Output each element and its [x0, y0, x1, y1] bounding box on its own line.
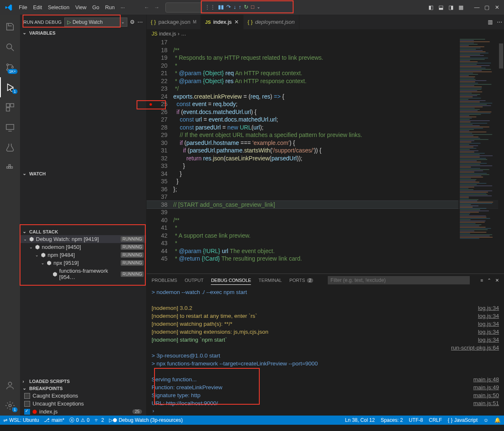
source-control-icon[interactable]: 1K+ — [0, 57, 20, 77]
code-line[interactable]: 32 return res.json(caseLinkPreview(parse… — [147, 155, 504, 162]
ports-status[interactable]: ᯤ2 — [94, 417, 104, 423]
code-line[interactable]: 17 — [147, 38, 504, 46]
debug-config-select[interactable]: ▷ Debug Watch ⌄ — [64, 18, 127, 27]
panel-tab-output[interactable]: OUTPUT — [185, 276, 203, 284]
code-line[interactable]: 19 * Responds to any HTTP request relate… — [147, 54, 504, 62]
close-panel-icon[interactable]: ✕ — [495, 278, 499, 283]
menu-selection[interactable]: Selection — [45, 3, 72, 12]
menu-go[interactable]: Go — [89, 3, 102, 12]
settings-icon[interactable]: 1 — [0, 396, 20, 416]
source-link[interactable]: log.js:34 — [478, 320, 499, 328]
more-icon[interactable]: ⋯ — [137, 19, 143, 25]
breakpoints-header[interactable]: ⌄BREAKPOINTS — [20, 385, 146, 392]
panel-tab-ports[interactable]: PORTS2 — [289, 276, 313, 284]
code-editor[interactable]: 1718/**19 * Responds to any HTTP request… — [147, 38, 504, 274]
restart-icon[interactable]: ↻ — [244, 4, 248, 10]
debug-console-filter[interactable] — [328, 276, 470, 284]
extensions-icon[interactable] — [0, 97, 20, 117]
source-link[interactable]: log.js:34 — [478, 312, 499, 320]
pause-icon[interactable]: ▮▮ — [218, 4, 224, 10]
cursor-position[interactable]: Ln 38, Col 12 — [345, 417, 375, 423]
notifications-icon[interactable]: 🔔 — [494, 417, 501, 423]
callstack-row[interactable]: ⌄⬢Debug Watch: npm [9419]RUNNING — [20, 235, 146, 243]
code-line[interactable]: 34 } — [147, 170, 504, 178]
code-line[interactable]: 37 — [147, 193, 504, 201]
minimize-icon[interactable]: — — [472, 3, 481, 12]
code-line[interactable]: 43 * — [147, 239, 504, 247]
step-out-icon[interactable]: ↑ — [239, 4, 242, 10]
drag-handle-icon[interactable]: ⋮⋮ — [205, 4, 215, 10]
code-line[interactable]: 28 const parsedUrl = new URL(url); — [147, 124, 504, 132]
run-debug-icon[interactable]: 1 — [0, 77, 20, 97]
remote-indicator[interactable]: ⇌WSL: Ubuntu — [3, 417, 39, 423]
menu-edit[interactable]: Edit — [30, 3, 45, 12]
checkbox-icon[interactable] — [24, 401, 30, 407]
explorer-icon[interactable] — [0, 17, 20, 37]
source-link[interactable]: log.js:34 — [478, 328, 499, 336]
menu-view[interactable]: View — [72, 3, 89, 12]
loaded-scripts-header[interactable]: ›LOADED SCRIPTS — [20, 378, 146, 385]
debug-status[interactable]: ▷⬢Debug Watch (3p-resources) — [109, 417, 183, 423]
maximize-icon[interactable]: ▢ — [482, 3, 491, 12]
indentation[interactable]: Spaces: 2 — [381, 417, 403, 423]
debug-console-output[interactable]: > nodemon --watch ./ --exec npm start [n… — [147, 286, 504, 408]
more-actions-icon[interactable]: ⋯ — [495, 18, 504, 27]
step-over-icon[interactable]: ↷ — [226, 4, 231, 10]
code-line[interactable]: 42 * A support case link preview. — [147, 232, 504, 240]
checkbox-icon[interactable] — [24, 393, 30, 399]
tab-close-icon[interactable]: ✕ — [234, 19, 239, 25]
menu-run[interactable]: Run — [102, 3, 118, 12]
code-line[interactable]: 39 — [147, 208, 504, 216]
source-link[interactable]: log.js:34 — [478, 304, 499, 312]
code-line[interactable]: 29 // If the event object URL matches a … — [147, 131, 504, 139]
step-into-icon[interactable]: ↓ — [233, 4, 236, 10]
code-line[interactable]: 33 } — [147, 162, 504, 170]
stop-icon[interactable]: □ — [251, 4, 254, 10]
remote-explorer-icon[interactable] — [0, 117, 20, 137]
layout-panel-icon[interactable]: ⬓ — [436, 3, 446, 12]
code-line[interactable]: 44 * @param {!URL} url The event object. — [147, 247, 504, 255]
minimap[interactable] — [458, 38, 498, 274]
problems-status[interactable]: ⓧ0⚠0 — [69, 417, 89, 424]
callstack-row[interactable]: ⬢functions-framework [954…RUNNING — [20, 267, 146, 281]
source-link[interactable]: log.js:34 — [478, 336, 499, 344]
split-editor-icon[interactable]: ▥ — [486, 18, 495, 27]
panel-tab-debug-console[interactable]: DEBUG CONSOLE — [211, 276, 251, 285]
layout-sidebar-right-icon[interactable]: ◨ — [446, 3, 456, 12]
chevron-down-icon[interactable]: ⌄ — [257, 5, 260, 9]
panel-tab-problems[interactable]: PROBLEMS — [152, 276, 177, 284]
code-line[interactable]: ●25 const event = req.body; — [147, 100, 504, 108]
code-line[interactable]: 41 * — [147, 224, 504, 232]
git-branch[interactable]: ⎇main* — [44, 417, 64, 423]
source-link[interactable]: main.js:49 — [473, 383, 499, 391]
code-line[interactable]: 38// [START add_ons_case_preview_link] — [147, 201, 504, 209]
layout-customize-icon[interactable]: ▦ — [456, 3, 466, 12]
source-link[interactable]: main.js:50 — [473, 391, 499, 399]
editor-tab[interactable]: { }package.jsonM — [147, 15, 201, 29]
menu-···[interactable]: ··· — [118, 3, 128, 12]
code-line[interactable]: 31 if (parsedUrl.pathname.startsWith('/s… — [147, 147, 504, 155]
eol[interactable]: CRLF — [429, 417, 442, 423]
code-line[interactable]: 45 * @return {!Card} The resulting previ… — [147, 255, 504, 263]
code-line[interactable]: 20 * — [147, 62, 504, 70]
language-mode[interactable]: { } JavaScript — [448, 417, 477, 423]
breakpoint-uncaught[interactable]: Uncaught Exceptions — [20, 400, 146, 408]
callstack-row[interactable]: ⌄⬢nodemon [9450]RUNNING — [20, 243, 146, 251]
code-line[interactable]: 24exports.createLinkPreview = (req, res)… — [147, 93, 504, 101]
code-line[interactable]: 18/** — [147, 46, 504, 54]
nav-forward-icon[interactable]: → — [152, 3, 161, 12]
search-icon[interactable] — [0, 37, 20, 57]
callstack-row[interactable]: ⌄⬢npm [9484]RUNNING — [20, 251, 146, 259]
editor-tab[interactable]: JSindex.js✕ — [201, 15, 243, 29]
encoding[interactable]: UTF-8 — [409, 417, 423, 423]
breakpoint-caught[interactable]: Caught Exceptions — [20, 392, 146, 400]
nav-back-icon[interactable]: ← — [142, 3, 151, 12]
close-icon[interactable]: ✕ — [492, 3, 501, 12]
debug-toolbar[interactable]: ⋮⋮ ▮▮ ↷ ↓ ↑ ↻ □ ⌄ — [202, 1, 293, 13]
source-link[interactable]: main.js:48 — [473, 375, 499, 383]
variables-header[interactable]: ⌄VARIABLES — [20, 29, 146, 36]
code-line[interactable]: 21 * @param {Object} req An HTTP request… — [147, 69, 504, 77]
code-line[interactable]: 22 * @param {Object} res An HTTP respons… — [147, 77, 504, 85]
code-line[interactable]: 23 */ — [147, 85, 504, 93]
collapse-icon[interactable]: ⌃ — [487, 278, 491, 283]
